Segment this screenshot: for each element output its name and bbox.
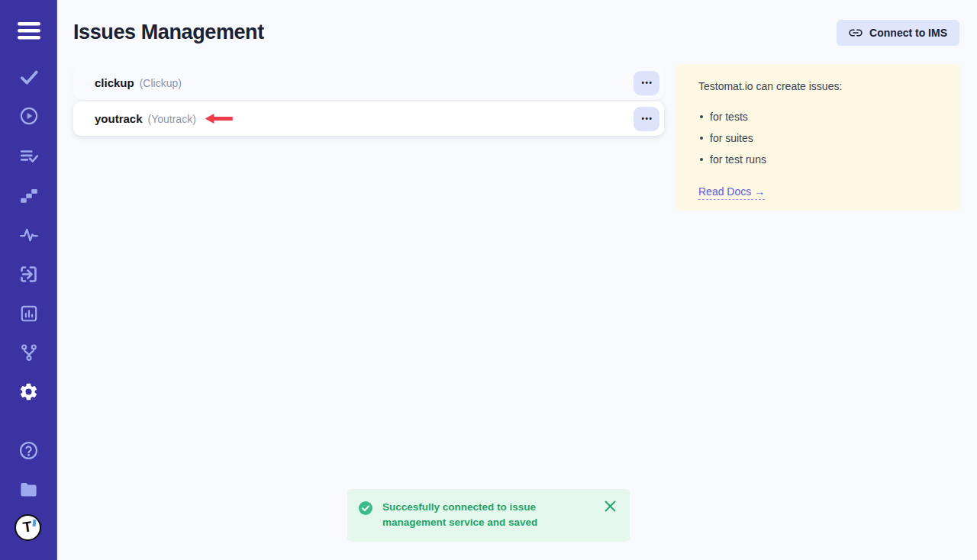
info-bullet-list: for tests for suites for test runs [698,111,937,166]
more-actions-button[interactable]: ••• [634,107,659,131]
success-check-icon [359,501,372,515]
ims-name: youtrack [95,112,143,125]
more-actions-button[interactable]: ••• [634,71,659,95]
annotation-arrow-icon [204,113,233,124]
ims-type-label: (Clickup) [140,77,182,89]
menu-icon[interactable] [0,22,57,40]
success-toast: Succesfully connected to issue managemen… [347,489,630,542]
settings-gear-icon[interactable] [0,381,57,402]
info-panel-heading: Testomat.io can create issues: [698,80,937,92]
info-bullet: for suites [698,132,937,144]
runs-play-icon[interactable] [0,106,57,126]
logo-accent [32,520,35,526]
branches-icon[interactable] [0,343,57,362]
reports-chart-icon[interactable] [0,304,57,323]
page-title: Issues Management [73,21,264,44]
steps-stairs-icon[interactable] [0,185,57,205]
info-panel: Testomat.io can create issues: for tests… [676,64,960,211]
info-bullet: for test runs [698,153,937,166]
projects-folder-icon[interactable] [0,479,57,500]
help-icon[interactable] [0,440,57,461]
ims-row-youtrack[interactable]: youtrack (Youtrack) ••• [73,101,664,136]
testomat-logo[interactable]: T [15,514,41,541]
link-icon [849,26,863,40]
toast-message: Succesfully connected to issue managemen… [382,500,592,531]
ims-name: clickup [95,76,134,89]
tests-check-icon[interactable] [0,67,57,87]
logo-letter: T [21,519,32,534]
read-docs-link[interactable]: Read Docs → [698,185,765,200]
ims-list: clickup (Clickup) ••• youtrack (Youtrack… [73,66,664,137]
import-icon[interactable] [0,264,57,285]
sidebar: T [0,0,57,560]
info-bullet: for tests [698,111,937,123]
test-plan-list-icon[interactable] [0,146,57,166]
connect-to-ims-button[interactable]: Connect to IMS [837,20,959,46]
ims-type-label: (Youtrack) [148,113,196,125]
ims-row-clickup[interactable]: clickup (Clickup) ••• [73,66,664,100]
analytics-pulse-icon[interactable] [0,225,57,245]
connect-button-label: Connect to IMS [869,27,947,39]
toast-close-icon[interactable] [605,500,616,512]
